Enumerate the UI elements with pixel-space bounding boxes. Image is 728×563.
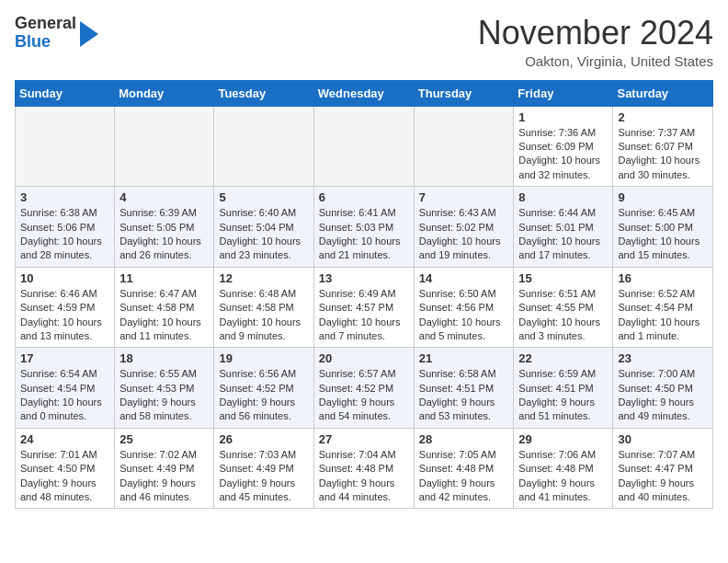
calendar-cell: 11Sunrise: 6:47 AM Sunset: 4:58 PM Dayli… bbox=[115, 267, 214, 348]
day-info: Sunrise: 6:55 AM Sunset: 4:53 PM Dayligh… bbox=[119, 367, 209, 424]
calendar-cell bbox=[414, 106, 514, 187]
day-info: Sunrise: 7:05 AM Sunset: 4:48 PM Dayligh… bbox=[419, 448, 509, 505]
day-number: 11 bbox=[119, 271, 209, 285]
calendar-cell: 3Sunrise: 6:38 AM Sunset: 5:06 PM Daylig… bbox=[16, 187, 115, 268]
day-info: Sunrise: 6:45 AM Sunset: 5:00 PM Dayligh… bbox=[618, 206, 708, 263]
day-info: Sunrise: 6:41 AM Sunset: 5:03 PM Dayligh… bbox=[319, 206, 409, 263]
day-number: 18 bbox=[119, 351, 209, 365]
day-number: 22 bbox=[518, 351, 608, 365]
day-number: 14 bbox=[419, 271, 509, 285]
weekday-header-monday: Monday bbox=[115, 80, 214, 106]
calendar-cell: 23Sunrise: 7:00 AM Sunset: 4:50 PM Dayli… bbox=[613, 348, 713, 429]
day-info: Sunrise: 6:56 AM Sunset: 4:52 PM Dayligh… bbox=[219, 367, 308, 424]
day-info: Sunrise: 7:01 AM Sunset: 4:50 PM Dayligh… bbox=[20, 448, 109, 505]
calendar-cell: 22Sunrise: 6:59 AM Sunset: 4:51 PM Dayli… bbox=[514, 348, 613, 429]
day-info: Sunrise: 6:58 AM Sunset: 4:51 PM Dayligh… bbox=[419, 367, 509, 424]
calendar-cell: 20Sunrise: 6:57 AM Sunset: 4:52 PM Dayli… bbox=[313, 348, 414, 429]
day-number: 1 bbox=[518, 110, 608, 124]
calendar-cell: 5Sunrise: 6:40 AM Sunset: 5:04 PM Daylig… bbox=[214, 187, 313, 268]
calendar-week-row: 3Sunrise: 6:38 AM Sunset: 5:06 PM Daylig… bbox=[16, 187, 713, 268]
day-info: Sunrise: 7:06 AM Sunset: 4:48 PM Dayligh… bbox=[518, 448, 608, 505]
day-info: Sunrise: 6:44 AM Sunset: 5:01 PM Dayligh… bbox=[518, 206, 608, 263]
calendar-cell: 4Sunrise: 6:39 AM Sunset: 5:05 PM Daylig… bbox=[115, 187, 214, 268]
day-number: 29 bbox=[518, 432, 608, 446]
calendar-cell: 19Sunrise: 6:56 AM Sunset: 4:52 PM Dayli… bbox=[214, 348, 313, 429]
day-number: 20 bbox=[319, 351, 409, 365]
day-number: 26 bbox=[219, 432, 308, 446]
day-info: Sunrise: 7:04 AM Sunset: 4:48 PM Dayligh… bbox=[319, 448, 409, 505]
day-info: Sunrise: 6:57 AM Sunset: 4:52 PM Dayligh… bbox=[319, 367, 409, 424]
weekday-header-row: SundayMondayTuesdayWednesdayThursdayFrid… bbox=[16, 80, 713, 106]
calendar-cell: 8Sunrise: 6:44 AM Sunset: 5:01 PM Daylig… bbox=[514, 187, 613, 268]
calendar-table: SundayMondayTuesdayWednesdayThursdayFrid… bbox=[15, 80, 713, 510]
day-info: Sunrise: 7:37 AM Sunset: 6:07 PM Dayligh… bbox=[618, 126, 708, 183]
calendar-cell: 6Sunrise: 6:41 AM Sunset: 5:03 PM Daylig… bbox=[313, 187, 414, 268]
calendar-cell bbox=[16, 106, 115, 187]
logo-arrow-icon bbox=[80, 21, 98, 47]
weekday-header-sunday: Sunday bbox=[16, 80, 115, 106]
calendar-cell: 7Sunrise: 6:43 AM Sunset: 5:02 PM Daylig… bbox=[414, 187, 514, 268]
day-number: 6 bbox=[319, 190, 409, 204]
day-number: 16 bbox=[618, 271, 708, 285]
day-info: Sunrise: 7:07 AM Sunset: 4:47 PM Dayligh… bbox=[618, 448, 708, 505]
day-number: 28 bbox=[419, 432, 509, 446]
weekday-header-tuesday: Tuesday bbox=[214, 80, 313, 106]
calendar-cell: 14Sunrise: 6:50 AM Sunset: 4:56 PM Dayli… bbox=[414, 267, 514, 348]
calendar-cell: 29Sunrise: 7:06 AM Sunset: 4:48 PM Dayli… bbox=[514, 428, 613, 509]
day-info: Sunrise: 6:59 AM Sunset: 4:51 PM Dayligh… bbox=[518, 367, 608, 424]
page-header: General Blue November 2024 Oakton, Virgi… bbox=[15, 15, 713, 69]
logo: General Blue bbox=[15, 15, 98, 52]
day-info: Sunrise: 6:40 AM Sunset: 5:04 PM Dayligh… bbox=[219, 206, 308, 263]
day-info: Sunrise: 6:51 AM Sunset: 4:55 PM Dayligh… bbox=[518, 287, 608, 344]
calendar-cell: 15Sunrise: 6:51 AM Sunset: 4:55 PM Dayli… bbox=[514, 267, 613, 348]
day-number: 23 bbox=[618, 351, 708, 365]
calendar-week-row: 10Sunrise: 6:46 AM Sunset: 4:59 PM Dayli… bbox=[16, 267, 713, 348]
calendar-cell: 10Sunrise: 6:46 AM Sunset: 4:59 PM Dayli… bbox=[16, 267, 115, 348]
day-info: Sunrise: 6:50 AM Sunset: 4:56 PM Dayligh… bbox=[419, 287, 509, 344]
day-number: 10 bbox=[20, 271, 109, 285]
calendar-cell: 16Sunrise: 6:52 AM Sunset: 4:54 PM Dayli… bbox=[613, 267, 713, 348]
day-number: 27 bbox=[319, 432, 409, 446]
day-number: 2 bbox=[618, 110, 708, 124]
day-number: 15 bbox=[518, 271, 608, 285]
weekday-header-thursday: Thursday bbox=[414, 80, 514, 106]
day-info: Sunrise: 6:48 AM Sunset: 4:58 PM Dayligh… bbox=[219, 287, 308, 344]
calendar-cell: 25Sunrise: 7:02 AM Sunset: 4:49 PM Dayli… bbox=[115, 428, 214, 509]
calendar-cell: 2Sunrise: 7:37 AM Sunset: 6:07 PM Daylig… bbox=[613, 106, 713, 187]
calendar-cell bbox=[115, 106, 214, 187]
day-info: Sunrise: 6:54 AM Sunset: 4:54 PM Dayligh… bbox=[20, 367, 109, 424]
title-block: November 2024 Oakton, Virginia, United S… bbox=[478, 15, 713, 69]
calendar-cell: 1Sunrise: 7:36 AM Sunset: 6:09 PM Daylig… bbox=[514, 106, 613, 187]
day-number: 19 bbox=[219, 351, 308, 365]
month-title: November 2024 bbox=[478, 15, 713, 52]
calendar-cell: 21Sunrise: 6:58 AM Sunset: 4:51 PM Dayli… bbox=[414, 348, 514, 429]
calendar-cell: 17Sunrise: 6:54 AM Sunset: 4:54 PM Dayli… bbox=[16, 348, 115, 429]
day-number: 4 bbox=[119, 190, 209, 204]
calendar-cell: 28Sunrise: 7:05 AM Sunset: 4:48 PM Dayli… bbox=[414, 428, 514, 509]
calendar-cell: 18Sunrise: 6:55 AM Sunset: 4:53 PM Dayli… bbox=[115, 348, 214, 429]
day-info: Sunrise: 7:36 AM Sunset: 6:09 PM Dayligh… bbox=[518, 126, 608, 183]
day-info: Sunrise: 6:39 AM Sunset: 5:05 PM Dayligh… bbox=[119, 206, 209, 263]
day-info: Sunrise: 6:49 AM Sunset: 4:57 PM Dayligh… bbox=[319, 287, 409, 344]
day-info: Sunrise: 7:00 AM Sunset: 4:50 PM Dayligh… bbox=[618, 367, 708, 424]
day-info: Sunrise: 6:46 AM Sunset: 4:59 PM Dayligh… bbox=[20, 287, 109, 344]
day-number: 25 bbox=[119, 432, 209, 446]
day-number: 30 bbox=[618, 432, 708, 446]
day-info: Sunrise: 7:03 AM Sunset: 4:49 PM Dayligh… bbox=[219, 448, 308, 505]
day-info: Sunrise: 6:52 AM Sunset: 4:54 PM Dayligh… bbox=[618, 287, 708, 344]
logo-general: General bbox=[15, 14, 76, 32]
calendar-cell: 24Sunrise: 7:01 AM Sunset: 4:50 PM Dayli… bbox=[16, 428, 115, 509]
day-info: Sunrise: 7:02 AM Sunset: 4:49 PM Dayligh… bbox=[119, 448, 209, 505]
day-number: 24 bbox=[20, 432, 109, 446]
day-number: 13 bbox=[319, 271, 409, 285]
logo-blue: Blue bbox=[15, 32, 51, 51]
calendar-week-row: 24Sunrise: 7:01 AM Sunset: 4:50 PM Dayli… bbox=[16, 428, 713, 509]
weekday-header-saturday: Saturday bbox=[613, 80, 713, 106]
weekday-header-friday: Friday bbox=[514, 80, 613, 106]
day-number: 12 bbox=[219, 271, 308, 285]
day-number: 3 bbox=[20, 190, 109, 204]
weekday-header-wednesday: Wednesday bbox=[313, 80, 414, 106]
calendar-cell: 13Sunrise: 6:49 AM Sunset: 4:57 PM Dayli… bbox=[313, 267, 414, 348]
calendar-cell bbox=[313, 106, 414, 187]
day-number: 17 bbox=[20, 351, 109, 365]
